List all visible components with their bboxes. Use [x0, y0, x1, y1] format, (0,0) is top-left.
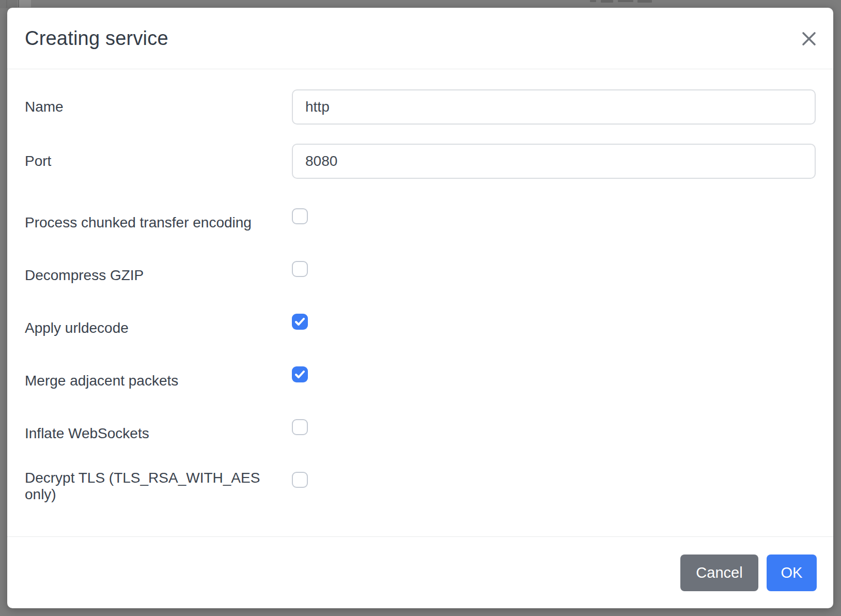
creating-service-dialog: Creating service Name Port Process chunk…: [7, 8, 833, 608]
checkbox-label: Decrypt TLS (TLS_RSA_WITH_AES only): [25, 470, 292, 503]
background-divider-fragment: [6, 0, 7, 8]
background-text-fragment: [590, 0, 596, 2]
cancel-button[interactable]: Cancel: [680, 555, 758, 591]
name-label: Name: [25, 99, 292, 115]
checkbox-row-decrypt-tls: Decrypt TLS (TLS_RSA_WITH_AES only): [25, 470, 816, 503]
ok-button[interactable]: OK: [767, 555, 817, 591]
checkbox-row-apply-urldecode: Apply urldecode: [25, 312, 816, 345]
apply-urldecode-checkbox[interactable]: [292, 314, 308, 330]
name-field-row: Name: [25, 89, 816, 125]
checkbox-label: Decompress GZIP: [25, 267, 292, 284]
dialog-title: Creating service: [25, 27, 168, 50]
close-icon: [801, 31, 817, 47]
dialog-footer: Cancel OK: [7, 536, 833, 608]
dialog-header: Creating service: [7, 8, 833, 69]
decrypt-tls-checkbox[interactable]: [292, 472, 308, 488]
close-button[interactable]: [801, 30, 817, 47]
decompress-gzip-checkbox[interactable]: [292, 261, 308, 277]
check-icon: [295, 371, 305, 378]
dialog-body: Name Port Process chunked transfer encod…: [7, 89, 833, 503]
port-field-row: Port: [25, 144, 816, 179]
inflate-websockets-checkbox[interactable]: [292, 419, 308, 435]
background-text-fragment: [637, 0, 652, 3]
checkbox-row-merge-adjacent: Merge adjacent packets: [25, 364, 816, 397]
background-panel-fragment: [18, 0, 31, 7]
checkbox-row-inflate-websockets: Inflate WebSockets: [25, 417, 816, 450]
checkbox-row-process-chunked: Process chunked transfer encoding: [25, 206, 816, 239]
merge-adjacent-packets-checkbox[interactable]: [292, 366, 308, 382]
checkbox-label: Process chunked transfer encoding: [25, 214, 292, 231]
background-text-fragment: [601, 0, 613, 3]
background-page-fragment: [0, 0, 17, 8]
name-input[interactable]: [292, 89, 816, 125]
checkbox-label: Apply urldecode: [25, 320, 292, 336]
port-label: Port: [25, 153, 292, 170]
checkbox-row-decompress-gzip: Decompress GZIP: [25, 259, 816, 292]
checkbox-label: Merge adjacent packets: [25, 373, 292, 389]
checkbox-label: Inflate WebSockets: [25, 425, 292, 442]
port-input[interactable]: [292, 144, 816, 179]
background-text-fragment: [618, 0, 633, 2]
check-icon: [295, 318, 305, 326]
process-chunked-checkbox[interactable]: [292, 208, 308, 224]
